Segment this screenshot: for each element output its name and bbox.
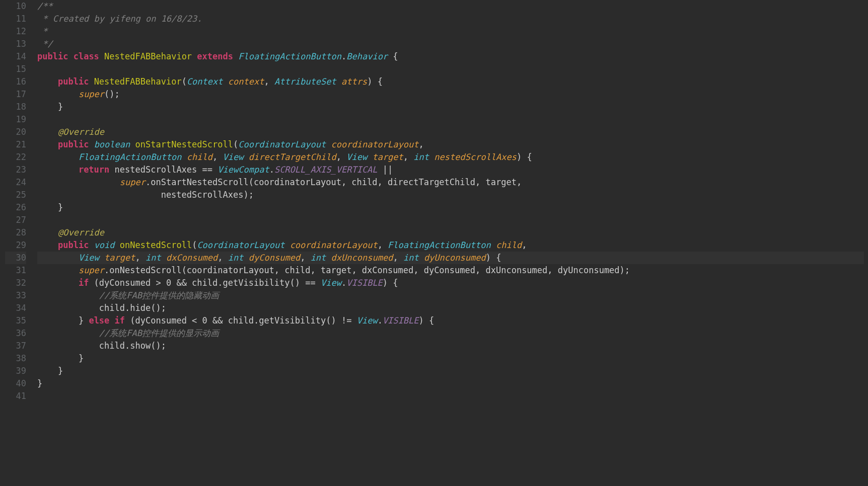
line-number: 23 <box>5 164 26 176</box>
type-name: FloatingActionButton <box>238 51 341 61</box>
method-name: onNestedScroll <box>120 240 192 250</box>
type-name: Context <box>187 76 223 87</box>
param: dyConsumed <box>249 253 300 263</box>
keyword-return: return <box>79 165 109 175</box>
code-line: } <box>37 377 864 390</box>
line-number: 10 <box>5 0 26 13</box>
param: coordinatorLayout <box>290 240 378 250</box>
type-name: View <box>321 278 341 288</box>
line-number: 35 <box>5 314 26 327</box>
code-line: super.onStartNestedScroll(coordinatorLay… <box>37 176 864 189</box>
param: target <box>104 253 135 263</box>
code-line: } <box>37 365 864 377</box>
line-number: 11 <box>5 13 26 25</box>
type-name: View <box>346 152 367 162</box>
param: attrs <box>341 76 367 87</box>
type-name: AttributeSet <box>274 76 336 87</box>
code-line: public NestedFABBehavior(Context context… <box>37 75 864 88</box>
keyword-public: public <box>37 51 68 61</box>
line-number: 16 <box>5 75 26 88</box>
code-line <box>37 390 864 402</box>
line-number: 33 <box>5 289 26 302</box>
code-line: */ <box>37 38 864 50</box>
code-line: } <box>37 352 864 365</box>
param: target <box>372 152 403 162</box>
code-line: return nestedScrollAxes == ViewCompat.SC… <box>37 164 864 176</box>
line-number: 38 <box>5 352 26 365</box>
param: directTargetChild <box>249 152 336 162</box>
code-line: public void onNestedScroll(CoordinatorLa… <box>37 239 864 252</box>
code-line: super(); <box>37 88 864 101</box>
code-line: if (dyConsumed > 0 && child.getVisibilit… <box>37 277 864 289</box>
line-number: 24 <box>5 176 26 189</box>
annotation: @Override <box>58 227 104 237</box>
code-line: @Override <box>37 126 864 138</box>
comment: */ <box>37 39 53 49</box>
type-name: CoordinatorLayout <box>197 240 284 250</box>
super-call: super <box>79 265 104 275</box>
param: context <box>228 76 264 87</box>
param: dxConsumed <box>166 253 218 263</box>
return-type: boolean <box>94 139 130 149</box>
comment: /** <box>37 1 53 11</box>
type-name: View <box>79 253 99 263</box>
comment: //系统FAB控件提供的隐藏动画 <box>99 290 219 300</box>
line-number: 40 <box>5 377 26 390</box>
type-name: View <box>223 152 244 162</box>
super-call: super <box>120 177 146 187</box>
constant: VISIBLE <box>383 315 419 326</box>
class-name: NestedFABBehavior <box>104 51 192 61</box>
line-number: 21 <box>5 138 26 151</box>
code-line <box>37 63 864 75</box>
code-line: FloatingActionButton child, View directT… <box>37 151 864 164</box>
type-name: int <box>146 253 161 263</box>
line-number: 34 <box>5 302 26 314</box>
code-line: } <box>37 201 864 214</box>
code-line: nestedScrollAxes); <box>37 189 864 201</box>
line-number: 28 <box>5 226 26 239</box>
line-number: 29 <box>5 239 26 252</box>
method-name: onStartNestedScroll <box>135 139 233 149</box>
line-number: 17 <box>5 88 26 101</box>
annotation: @Override <box>58 127 104 137</box>
line-number: 14 <box>5 50 26 63</box>
code-line-current: View target, int dxConsumed, int dyConsu… <box>37 252 864 264</box>
code-line: /** <box>37 0 864 13</box>
code-line: @Override <box>37 226 864 239</box>
type-name: FloatingActionButton <box>79 152 182 162</box>
super-call: super <box>79 89 104 99</box>
line-number: 39 <box>5 365 26 377</box>
line-number: 18 <box>5 101 26 113</box>
line-number: 15 <box>5 63 26 75</box>
code-line: //系统FAB控件提供的显示动画 <box>37 327 864 340</box>
return-type: void <box>94 240 115 250</box>
line-number: 41 <box>5 390 26 402</box>
code-line: public boolean onStartNestedScroll(Coord… <box>37 138 864 151</box>
keyword-else-if: else if <box>89 315 125 326</box>
keyword-public: public <box>58 139 89 149</box>
keyword-if: if <box>79 278 89 288</box>
keyword-extends: extends <box>197 51 233 61</box>
type-name: Behavior <box>346 51 388 61</box>
keyword-public: public <box>58 76 89 87</box>
code-area[interactable]: /** * Created by yifeng on 16/8/23. * */… <box>33 0 868 486</box>
param: dyUnconsumed <box>424 253 486 263</box>
line-number: 32 <box>5 277 26 289</box>
code-line: * Created by yifeng on 16/8/23. <box>37 13 864 25</box>
comment: * <box>37 26 47 36</box>
keyword-class: class <box>74 51 99 61</box>
type-name: int <box>311 253 326 263</box>
line-number: 37 <box>5 340 26 352</box>
constant: SCROLL_AXIS_VERTICAL <box>274 165 378 175</box>
type-name: View <box>357 315 378 326</box>
line-gutter: 1011121314151617181920212223242526272829… <box>0 0 33 486</box>
code-line <box>37 113 864 126</box>
keyword-public: public <box>58 240 89 250</box>
code-line: } <box>37 101 864 113</box>
code-editor[interactable]: 1011121314151617181920212223242526272829… <box>0 0 868 486</box>
line-number: 25 <box>5 189 26 201</box>
comment: //系统FAB控件提供的显示动画 <box>99 328 219 338</box>
type-name: int <box>413 152 429 162</box>
line-number: 13 <box>5 38 26 50</box>
constructor: NestedFABBehavior <box>94 76 182 87</box>
